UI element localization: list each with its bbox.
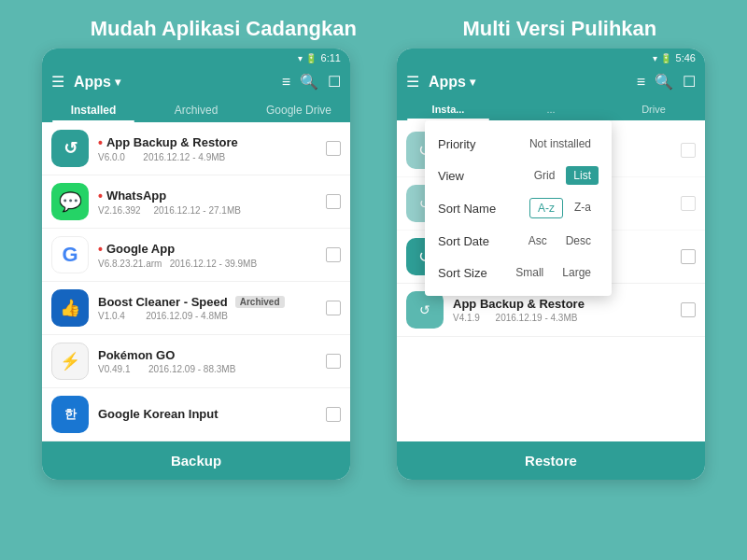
left-menu-icon[interactable]: ☰ bbox=[51, 73, 64, 91]
list-item: G •Google App V6.8.23.21.arm 2016.12.12 … bbox=[42, 229, 350, 282]
view-list-opt[interactable]: List bbox=[566, 166, 599, 185]
sort-desc-opt[interactable]: Desc bbox=[558, 231, 599, 250]
app-meta: V0.49.1 2016.12.09 - 88.3MB bbox=[98, 364, 317, 374]
app-icon-pokemon: ⚡ bbox=[51, 343, 89, 380]
sort-size-label: Sort Size bbox=[438, 266, 508, 280]
app-info: •WhatsApp V2.16.392 2016.12.12 - 27.1MB bbox=[98, 189, 317, 216]
app-meta: V2.16.392 2016.12.12 - 27.1MB bbox=[98, 205, 317, 216]
app-meta: V6.8.23.21.arm 2016.12.12 - 39.9MB bbox=[98, 259, 317, 269]
app-icon-boost: 👍 bbox=[51, 289, 89, 327]
sort-name-label: Sort Name bbox=[438, 202, 529, 216]
sort-date-options: Asc Desc bbox=[521, 231, 599, 250]
app-icon-whatsapp: 💬 bbox=[51, 183, 89, 220]
right-tab-bar: Insta... ... Drive bbox=[397, 96, 705, 120]
sort-large-opt[interactable]: Large bbox=[555, 263, 599, 282]
app-checkbox[interactable] bbox=[681, 143, 696, 158]
sort-date-label: Sort Date bbox=[438, 234, 521, 248]
left-header-title: Mudah Aplikasi Cadangkan bbox=[91, 17, 357, 41]
app-icon-korean: 한 bbox=[51, 396, 89, 433]
backup-button[interactable]: Backup bbox=[42, 441, 350, 480]
right-tab-drive[interactable]: Drive bbox=[602, 96, 705, 120]
phones-row: ▾ 🔋 6:11 ☰ Apps ▾ ≡ 🔍 ☐ Installed Archiv… bbox=[0, 49, 747, 480]
left-search-icon[interactable]: 🔍 bbox=[300, 73, 318, 91]
right-tab-installed[interactable]: Insta... bbox=[397, 96, 500, 120]
app-name: •App Backup & Restore bbox=[98, 135, 317, 150]
app-checkbox[interactable] bbox=[681, 196, 696, 211]
left-status-icons: ▾ 🔋 bbox=[298, 53, 317, 63]
archived-badge: Archived bbox=[235, 296, 285, 308]
sort-dropdown-menu: Priority Not installed View Grid List So… bbox=[425, 120, 612, 296]
list-item: ⚡ Pokémon GO V0.49.1 2016.12.09 - 88.3MB bbox=[42, 335, 350, 388]
left-toolbar: ☰ Apps ▾ ≡ 🔍 ☐ bbox=[42, 67, 350, 96]
view-grid-opt[interactable]: Grid bbox=[527, 166, 563, 185]
left-tab-bar: Installed Archived Google Drive bbox=[42, 96, 350, 122]
app-meta: V4.1.9 2016.12.19 - 4.3MB bbox=[453, 313, 671, 323]
left-toolbar-icons: ≡ 🔍 ☐ bbox=[282, 73, 341, 91]
sort-asc-opt[interactable]: Asc bbox=[521, 231, 555, 250]
app-name: •Google App bbox=[98, 242, 317, 257]
right-status-bar: ▾ 🔋 5:46 bbox=[397, 49, 705, 67]
app-icon-backup: ↺ bbox=[51, 130, 89, 167]
app-checkbox[interactable] bbox=[681, 302, 696, 317]
left-filter-icon[interactable]: ≡ bbox=[282, 74, 290, 91]
view-options: Grid List bbox=[527, 166, 599, 185]
left-tab-installed[interactable]: Installed bbox=[42, 96, 145, 122]
right-filter-icon[interactable]: ≡ bbox=[637, 74, 645, 91]
app-name: Google Korean Input bbox=[98, 407, 317, 421]
sort-name-row: Sort Name A-z Z-a bbox=[425, 191, 612, 225]
app-checkbox[interactable] bbox=[326, 194, 341, 209]
right-toolbar-icons: ≡ 🔍 ☐ bbox=[637, 73, 696, 91]
left-toolbar-title: Apps ▾ bbox=[74, 74, 273, 91]
left-time: 6:11 bbox=[321, 52, 341, 63]
left-view-icon[interactable]: ☐ bbox=[328, 73, 341, 91]
app-info: Boost Cleaner - Speed Archived V1.0.4 20… bbox=[98, 295, 317, 321]
app-name: •WhatsApp bbox=[98, 189, 317, 203]
app-checkbox[interactable] bbox=[326, 407, 341, 422]
right-tab-archived[interactable]: ... bbox=[500, 96, 602, 120]
app-icon-backup4: ↺ bbox=[406, 291, 444, 329]
sort-size-row: Sort Size Small Large bbox=[425, 257, 612, 288]
app-checkbox[interactable] bbox=[326, 354, 341, 369]
app-meta: V1.0.4 2016.12.09 - 4.8MB bbox=[98, 311, 317, 321]
right-status-icons: ▾ 🔋 bbox=[653, 53, 671, 63]
sort-size-options: Small Large bbox=[508, 263, 599, 282]
right-time: 5:46 bbox=[676, 52, 696, 63]
sort-date-row: Sort Date Asc Desc bbox=[425, 225, 612, 257]
list-item: 한 Google Korean Input bbox=[42, 388, 350, 441]
sort-small-opt[interactable]: Small bbox=[508, 263, 551, 282]
app-meta: V6.0.0 2016.12.12 - 4.9MB bbox=[98, 152, 317, 162]
sort-az-opt[interactable]: A-z bbox=[529, 198, 563, 218]
app-name: Boost Cleaner - Speed Archived bbox=[98, 295, 317, 309]
left-tab-googledrive[interactable]: Google Drive bbox=[247, 96, 350, 122]
right-menu-icon[interactable]: ☰ bbox=[406, 73, 419, 91]
app-checkbox[interactable] bbox=[681, 249, 696, 264]
app-checkbox[interactable] bbox=[326, 141, 341, 156]
list-item: 👍 Boost Cleaner - Speed Archived V1.0.4 … bbox=[42, 282, 350, 335]
app-name: Pokémon GO bbox=[98, 348, 317, 362]
list-item: ↺ •App Backup & Restore V6.0.0 2016.12.1… bbox=[42, 122, 350, 175]
left-app-list: ↺ •App Backup & Restore V6.0.0 2016.12.1… bbox=[42, 122, 350, 441]
app-checkbox[interactable] bbox=[326, 247, 341, 262]
right-toolbar-title: Apps ▾ bbox=[429, 74, 627, 91]
app-info: Pokémon GO V0.49.1 2016.12.09 - 88.3MB bbox=[98, 348, 317, 374]
app-info: •Google App V6.8.23.21.arm 2016.12.12 - … bbox=[98, 242, 317, 269]
app-checkbox[interactable] bbox=[326, 301, 341, 315]
app-info: App Backup & Restore V4.1.9 2016.12.19 -… bbox=[453, 297, 671, 323]
right-phone: ▾ 🔋 5:46 ☰ Apps ▾ ≡ 🔍 ☐ Insta... ... Dri… bbox=[397, 49, 705, 480]
app-icon-google: G bbox=[51, 236, 89, 273]
right-search-icon[interactable]: 🔍 bbox=[655, 73, 673, 91]
left-phone: ▾ 🔋 6:11 ☰ Apps ▾ ≡ 🔍 ☐ Installed Archiv… bbox=[42, 49, 350, 480]
view-row: View Grid List bbox=[425, 160, 612, 191]
app-info: Google Korean Input bbox=[98, 407, 317, 423]
priority-row: Priority Not installed bbox=[425, 128, 612, 160]
left-tab-archived[interactable]: Archived bbox=[145, 96, 247, 122]
app-info: •App Backup & Restore V6.0.0 2016.12.12 … bbox=[98, 135, 317, 162]
sort-name-options: A-z Z-a bbox=[529, 198, 599, 218]
right-view-icon[interactable]: ☐ bbox=[683, 73, 696, 91]
right-toolbar: ☰ Apps ▾ ≡ 🔍 ☐ bbox=[397, 67, 705, 96]
app-name: App Backup & Restore bbox=[453, 297, 671, 311]
list-item: 💬 •WhatsApp V2.16.392 2016.12.12 - 27.1M… bbox=[42, 175, 350, 229]
sort-za-opt[interactable]: Z-a bbox=[567, 198, 599, 218]
restore-button[interactable]: Restore bbox=[397, 441, 705, 480]
priority-value[interactable]: Not installed bbox=[522, 134, 599, 153]
